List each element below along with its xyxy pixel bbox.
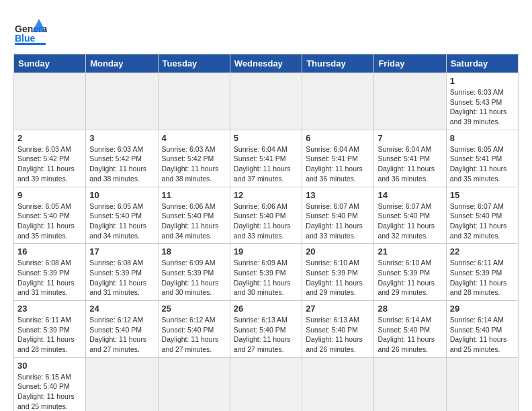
logo-icon: General Blue [13,13,47,47]
calendar-cell: 21Sunrise: 6:10 AMSunset: 5:39 PMDayligh… [374,244,446,301]
day-info: Sunrise: 6:05 AMSunset: 5:40 PMDaylight:… [89,201,154,241]
calendar-cell: 2Sunrise: 6:03 AMSunset: 5:42 PMDaylight… [14,130,86,187]
calendar-cell: 20Sunrise: 6:10 AMSunset: 5:39 PMDayligh… [302,244,374,301]
day-info: Sunrise: 6:11 AMSunset: 5:39 PMDaylight:… [17,315,82,355]
calendar-cell [230,73,302,130]
calendar-table: SundayMondayTuesdayWednesdayThursdayFrid… [13,54,519,411]
calendar-cell: 7Sunrise: 6:04 AMSunset: 5:41 PMDaylight… [374,130,446,187]
day-info: Sunrise: 6:08 AMSunset: 5:39 PMDaylight:… [17,258,82,298]
day-number: 5 [234,133,298,143]
calendar-cell: 6Sunrise: 6:04 AMSunset: 5:41 PMDaylight… [302,130,374,187]
calendar-cell: 25Sunrise: 6:12 AMSunset: 5:40 PMDayligh… [158,301,230,358]
calendar-cell [86,357,158,411]
calendar-cell: 3Sunrise: 6:03 AMSunset: 5:42 PMDaylight… [86,130,158,187]
calendar-cell [230,357,302,411]
day-number: 1 [450,76,515,86]
day-info: Sunrise: 6:14 AMSunset: 5:40 PMDaylight:… [378,315,442,355]
calendar-cell: 17Sunrise: 6:08 AMSunset: 5:39 PMDayligh… [86,244,158,301]
day-number: 28 [378,304,442,314]
calendar-cell [374,357,446,411]
calendar-cell: 14Sunrise: 6:07 AMSunset: 5:40 PMDayligh… [374,187,446,244]
day-info: Sunrise: 6:04 AMSunset: 5:41 PMDaylight:… [378,144,442,184]
weekday-header-thursday: Thursday [302,54,374,73]
day-number: 21 [378,246,442,257]
calendar-cell: 23Sunrise: 6:11 AMSunset: 5:39 PMDayligh… [14,301,86,358]
day-info: Sunrise: 6:07 AMSunset: 5:40 PMDaylight:… [306,201,370,241]
calendar-cell: 29Sunrise: 6:14 AMSunset: 5:40 PMDayligh… [446,301,518,358]
calendar-cell: 10Sunrise: 6:05 AMSunset: 5:40 PMDayligh… [86,187,158,244]
calendar-cell: 24Sunrise: 6:12 AMSunset: 5:40 PMDayligh… [86,301,158,358]
day-info: Sunrise: 6:12 AMSunset: 5:40 PMDaylight:… [162,315,226,355]
calendar-cell: 30Sunrise: 6:15 AMSunset: 5:40 PMDayligh… [14,357,86,411]
calendar-row-3: 9Sunrise: 6:05 AMSunset: 5:40 PMDaylight… [14,187,519,244]
calendar-cell [374,73,446,130]
calendar-cell: 18Sunrise: 6:09 AMSunset: 5:39 PMDayligh… [158,244,230,301]
calendar-cell: 12Sunrise: 6:06 AMSunset: 5:40 PMDayligh… [230,187,302,244]
day-number: 9 [17,190,82,200]
calendar-cell: 1Sunrise: 6:03 AMSunset: 5:43 PMDaylight… [446,73,518,130]
day-number: 10 [89,190,154,200]
calendar-cell: 19Sunrise: 6:09 AMSunset: 5:39 PMDayligh… [230,244,302,301]
day-number: 13 [306,190,370,200]
day-number: 24 [89,304,154,314]
day-number: 11 [162,190,226,200]
calendar-cell: 16Sunrise: 6:08 AMSunset: 5:39 PMDayligh… [14,244,86,301]
calendar-cell: 15Sunrise: 6:07 AMSunset: 5:40 PMDayligh… [446,187,518,244]
day-number: 2 [17,133,82,143]
day-info: Sunrise: 6:09 AMSunset: 5:39 PMDaylight:… [234,258,298,298]
day-number: 20 [306,246,370,257]
calendar-cell: 27Sunrise: 6:13 AMSunset: 5:40 PMDayligh… [302,301,374,358]
calendar-cell [446,357,518,411]
day-info: Sunrise: 6:08 AMSunset: 5:39 PMDaylight:… [89,258,154,298]
calendar-row-4: 16Sunrise: 6:08 AMSunset: 5:39 PMDayligh… [14,244,519,301]
day-number: 14 [378,190,442,200]
day-number: 29 [450,304,515,314]
calendar-cell [302,357,374,411]
calendar-cell [158,73,230,130]
calendar-row-6: 30Sunrise: 6:15 AMSunset: 5:40 PMDayligh… [14,357,519,411]
day-number: 4 [162,133,226,143]
day-info: Sunrise: 6:03 AMSunset: 5:42 PMDaylight:… [89,144,154,184]
weekday-header-row: SundayMondayTuesdayWednesdayThursdayFrid… [14,54,519,73]
day-info: Sunrise: 6:04 AMSunset: 5:41 PMDaylight:… [306,144,370,184]
day-info: Sunrise: 6:03 AMSunset: 5:42 PMDaylight:… [17,144,82,184]
day-info: Sunrise: 6:13 AMSunset: 5:40 PMDaylight:… [234,315,298,355]
weekday-header-friday: Friday [374,54,446,73]
calendar-cell: 8Sunrise: 6:05 AMSunset: 5:41 PMDaylight… [446,130,518,187]
weekday-header-tuesday: Tuesday [158,54,230,73]
weekday-header-saturday: Saturday [446,54,518,73]
day-number: 25 [162,304,226,314]
calendar-cell [158,357,230,411]
calendar-cell: 13Sunrise: 6:07 AMSunset: 5:40 PMDayligh… [302,187,374,244]
day-info: Sunrise: 6:06 AMSunset: 5:40 PMDaylight:… [234,201,298,241]
day-info: Sunrise: 6:15 AMSunset: 5:40 PMDaylight:… [17,372,82,411]
day-info: Sunrise: 6:11 AMSunset: 5:39 PMDaylight:… [450,258,515,298]
day-info: Sunrise: 6:14 AMSunset: 5:40 PMDaylight:… [450,315,515,355]
day-number: 6 [306,133,370,143]
weekday-header-wednesday: Wednesday [230,54,302,73]
day-info: Sunrise: 6:09 AMSunset: 5:39 PMDaylight:… [162,258,226,298]
day-info: Sunrise: 6:04 AMSunset: 5:41 PMDaylight:… [234,144,298,184]
calendar-cell: 22Sunrise: 6:11 AMSunset: 5:39 PMDayligh… [446,244,518,301]
day-number: 3 [89,133,154,143]
day-number: 27 [306,304,370,314]
day-number: 17 [89,246,154,257]
day-number: 7 [378,133,442,143]
calendar-cell: 26Sunrise: 6:13 AMSunset: 5:40 PMDayligh… [230,301,302,358]
day-number: 23 [17,304,82,314]
calendar-cell: 5Sunrise: 6:04 AMSunset: 5:41 PMDaylight… [230,130,302,187]
calendar-cell [14,73,86,130]
day-info: Sunrise: 6:07 AMSunset: 5:40 PMDaylight:… [450,201,515,241]
weekday-header-monday: Monday [86,54,158,73]
logo: General Blue [13,13,47,47]
day-info: Sunrise: 6:10 AMSunset: 5:39 PMDaylight:… [306,258,370,298]
calendar-row-1: 1Sunrise: 6:03 AMSunset: 5:43 PMDaylight… [14,73,519,130]
day-number: 22 [450,246,515,257]
svg-rect-3 [15,43,46,45]
day-info: Sunrise: 6:06 AMSunset: 5:40 PMDaylight:… [162,201,226,241]
calendar-cell [86,73,158,130]
calendar-cell: 11Sunrise: 6:06 AMSunset: 5:40 PMDayligh… [158,187,230,244]
day-number: 19 [234,246,298,257]
day-number: 8 [450,133,515,143]
day-info: Sunrise: 6:03 AMSunset: 5:43 PMDaylight:… [450,87,515,127]
